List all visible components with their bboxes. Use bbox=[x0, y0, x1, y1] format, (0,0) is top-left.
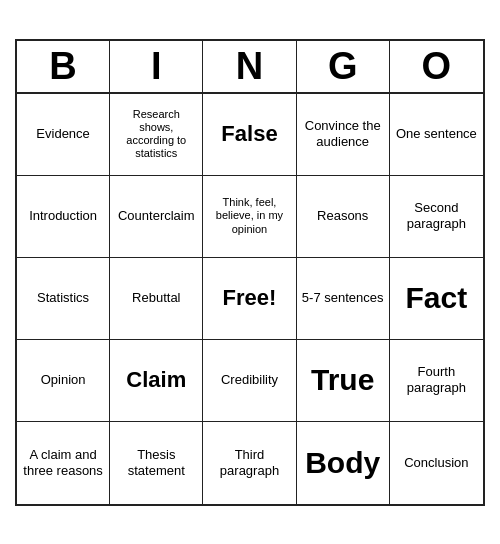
bingo-cell: Thesis statement bbox=[110, 422, 203, 504]
bingo-cell: One sentence bbox=[390, 94, 483, 176]
bingo-cell: Credibility bbox=[203, 340, 296, 422]
bingo-cell: Research shows, according to statistics bbox=[110, 94, 203, 176]
bingo-cell: Opinion bbox=[17, 340, 110, 422]
header-letter: G bbox=[297, 41, 390, 92]
bingo-card: BINGO EvidenceResearch shows, according … bbox=[15, 39, 485, 506]
bingo-cell: Second paragraph bbox=[390, 176, 483, 258]
header-letter: O bbox=[390, 41, 483, 92]
bingo-cell: Reasons bbox=[297, 176, 390, 258]
bingo-cell: Think, feel, believe, in my opinion bbox=[203, 176, 296, 258]
bingo-cell: Fact bbox=[390, 258, 483, 340]
bingo-cell: 5-7 sentences bbox=[297, 258, 390, 340]
bingo-grid: EvidenceResearch shows, according to sta… bbox=[17, 94, 483, 504]
header-letter: B bbox=[17, 41, 110, 92]
bingo-cell: False bbox=[203, 94, 296, 176]
bingo-cell: Third paragraph bbox=[203, 422, 296, 504]
bingo-cell: Rebuttal bbox=[110, 258, 203, 340]
bingo-cell: True bbox=[297, 340, 390, 422]
header-letter: N bbox=[203, 41, 296, 92]
bingo-cell: Introduction bbox=[17, 176, 110, 258]
bingo-header: BINGO bbox=[17, 41, 483, 94]
bingo-cell: Fourth paragraph bbox=[390, 340, 483, 422]
bingo-cell: Claim bbox=[110, 340, 203, 422]
bingo-cell: Conclusion bbox=[390, 422, 483, 504]
bingo-cell: A claim and three reasons bbox=[17, 422, 110, 504]
bingo-cell: Free! bbox=[203, 258, 296, 340]
bingo-cell: Statistics bbox=[17, 258, 110, 340]
bingo-cell: Counterclaim bbox=[110, 176, 203, 258]
bingo-cell: Evidence bbox=[17, 94, 110, 176]
bingo-cell: Convince the audience bbox=[297, 94, 390, 176]
header-letter: I bbox=[110, 41, 203, 92]
bingo-cell: Body bbox=[297, 422, 390, 504]
